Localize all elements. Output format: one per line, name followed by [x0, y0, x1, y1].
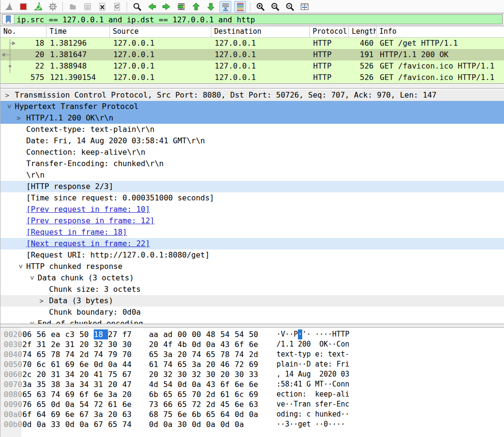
hex-byte[interactable]: 0a — [37, 419, 51, 429]
hex-row[interactable]: 0040746578742d747970653a20746578742dtext… — [0, 349, 504, 359]
ascii-char[interactable]: K — [324, 339, 328, 349]
ascii-char[interactable]: · — [324, 329, 328, 339]
hex-byte[interactable]: 64 — [220, 409, 235, 419]
ascii-char[interactable]: k — [315, 389, 319, 399]
reload-file-icon[interactable] — [111, 1, 123, 12]
hex-byte[interactable]: 61 — [149, 359, 163, 369]
ascii-char[interactable]: 2 — [298, 339, 302, 349]
ascii-char[interactable]: T — [294, 399, 298, 409]
ascii-char[interactable]: t — [341, 349, 345, 359]
hex-byte[interactable]: 2c — [22, 369, 37, 379]
ascii-char[interactable] — [311, 399, 315, 409]
ascii-char[interactable]: l — [341, 389, 345, 399]
hex-byte[interactable]: 70 — [192, 389, 206, 399]
hex-byte[interactable]: 30 — [122, 339, 137, 349]
ascii-char[interactable] — [302, 409, 306, 419]
hex-byte[interactable]: 31 — [94, 379, 108, 389]
hex-byte[interactable]: 65 — [37, 349, 51, 359]
ascii-char[interactable]: · — [281, 419, 285, 429]
hex-byte[interactable]: 65 — [206, 349, 220, 359]
ascii-char[interactable]: 0 — [332, 369, 336, 379]
ascii-char[interactable]: · — [341, 409, 345, 419]
hex-byte[interactable]: 41 — [94, 369, 108, 379]
ascii-char[interactable]: V — [281, 329, 285, 339]
expand-arrow-icon[interactable]: > — [4, 89, 15, 101]
ascii-char[interactable]: 0 — [341, 369, 345, 379]
hex-byte[interactable]: 00 — [192, 329, 206, 339]
ascii-char[interactable]: D — [306, 359, 311, 369]
hex-byte[interactable]: 6e — [65, 409, 79, 419]
hex-byte[interactable]: 47 — [122, 379, 137, 389]
ascii-char[interactable]: : — [298, 409, 302, 419]
ascii-char[interactable]: e — [315, 349, 319, 359]
ascii-char[interactable]: 4 — [289, 369, 294, 379]
detail-row[interactable]: >Data chunk (3 octets) — [0, 272, 504, 284]
ascii-char[interactable]: · — [324, 379, 328, 389]
ascii-char[interactable]: : — [289, 379, 294, 389]
ascii-char[interactable]: : — [328, 359, 332, 369]
ascii-char[interactable]: · — [298, 359, 302, 369]
hex-byte[interactable]: c3 — [65, 329, 79, 339]
pane-splitter[interactable] — [0, 83, 504, 89]
hex-byte[interactable]: 0a — [235, 419, 249, 429]
hex-byte[interactable]: 30 — [235, 369, 249, 379]
hex-byte[interactable]: 2e — [51, 339, 65, 349]
hex-row[interactable]: 009076650d0a5472616e736665722d456e63ve··… — [0, 399, 504, 409]
open-file-icon[interactable] — [67, 1, 79, 12]
ascii-char[interactable]: 2 — [328, 369, 332, 379]
hex-byte[interactable]: 66 — [163, 399, 178, 409]
hex-byte[interactable]: 0d — [65, 419, 79, 429]
hex-byte[interactable]: 2d — [249, 349, 263, 359]
hex-byte[interactable]: 72 — [94, 399, 108, 409]
hex-byte[interactable]: 75 — [163, 409, 178, 419]
hex-byte[interactable]: 65 — [178, 389, 192, 399]
hex-byte[interactable]: 20 — [206, 359, 220, 369]
ascii-char[interactable]: 0 — [306, 339, 311, 349]
hex-byte[interactable]: 6c — [37, 359, 51, 369]
column-header-time[interactable]: Time — [47, 26, 110, 37]
hex-row[interactable]: 00602c203134204175672032303230203033, 14… — [0, 369, 504, 379]
capture-start-icon[interactable] — [2, 1, 14, 12]
detail-link[interactable]: [Prev response in frame: 12] — [26, 216, 155, 225]
save-file-icon[interactable] — [81, 1, 93, 12]
ascii-char[interactable]: n — [341, 379, 345, 389]
column-header-source[interactable]: Source — [110, 26, 211, 37]
ascii-char[interactable]: · — [328, 339, 332, 349]
column-header-length[interactable]: Length — [349, 26, 376, 37]
hex-byte[interactable]: 20 — [122, 389, 137, 399]
display-filter-input[interactable]: ip.src == 127.0.0.1 and ip.dst == 127.0.… — [2, 14, 503, 24]
hex-byte[interactable]: 6e — [122, 399, 137, 409]
hex-byte[interactable]: 20 — [79, 339, 94, 349]
ascii-char[interactable]: : — [302, 389, 306, 399]
ascii-char[interactable] — [336, 369, 341, 379]
hex-byte[interactable]: 20 — [108, 379, 122, 389]
ascii-char[interactable]: · — [315, 419, 319, 429]
hex-byte[interactable]: 65 — [149, 349, 163, 359]
hex-row[interactable]: 00302f312e3120323030204f4b0d0a436f6e/1.1… — [0, 339, 504, 349]
ascii-char[interactable]: a — [336, 389, 341, 399]
hex-byte[interactable]: 0d — [178, 379, 192, 389]
ascii-char[interactable]: ' — [302, 329, 306, 339]
hex-byte[interactable]: 6f — [220, 379, 235, 389]
ascii-char[interactable]: · — [306, 329, 311, 339]
hex-byte[interactable]: 31 — [51, 369, 65, 379]
ascii-char[interactable]: t — [328, 349, 332, 359]
detail-row[interactable]: >Hypertext Transfer Protocol — [0, 101, 504, 112]
hex-byte[interactable]: 69 — [65, 389, 79, 399]
hex-byte[interactable]: 43 — [206, 379, 220, 389]
hex-byte[interactable]: 6e — [249, 379, 263, 389]
bookmark-icon[interactable] — [2, 15, 14, 24]
hex-byte[interactable]: 72 — [235, 359, 249, 369]
zoom-original-icon[interactable] — [284, 1, 296, 12]
ascii-char[interactable]: g — [306, 369, 311, 379]
hex-byte[interactable]: 0d — [22, 419, 37, 429]
hex-byte[interactable]: 61 — [108, 399, 122, 409]
hex-byte[interactable]: 67 — [94, 419, 108, 429]
ascii-char[interactable]: · — [289, 329, 294, 339]
ascii-char[interactable]: F — [336, 359, 341, 369]
find-packet-icon[interactable] — [131, 1, 143, 12]
ascii-char[interactable]: - — [332, 389, 336, 399]
ascii-char[interactable]: u — [302, 369, 306, 379]
ascii-char[interactable]: e — [277, 389, 281, 399]
ascii-char[interactable]: - — [332, 399, 336, 409]
